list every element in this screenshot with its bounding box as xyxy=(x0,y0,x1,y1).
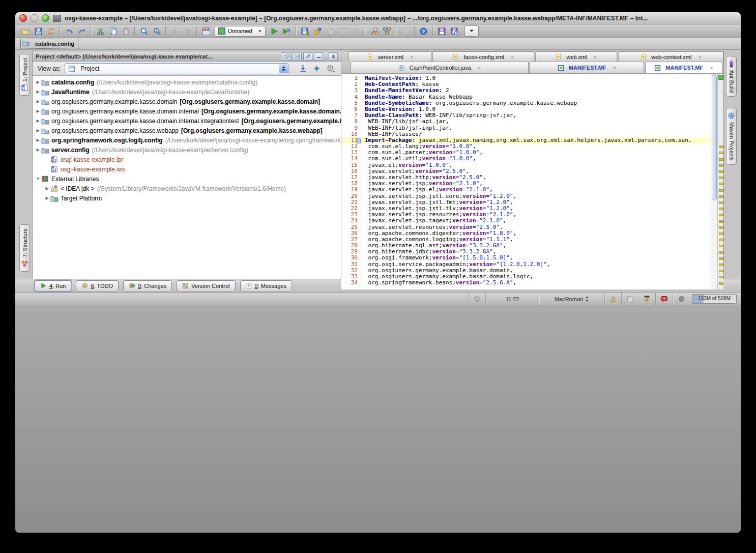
zoom-window-button[interactable] xyxy=(42,14,49,22)
error-stripe-mark[interactable] xyxy=(719,177,723,179)
close-tab-icon[interactable]: × xyxy=(613,65,616,71)
cut-icon[interactable] xyxy=(94,25,106,37)
editor-code-area[interactable]: Manifest-Version: 1.0Web-ContextPath: ka… xyxy=(361,74,711,289)
close-window-button[interactable] xyxy=(19,14,27,22)
float-window-icon[interactable] xyxy=(282,52,291,61)
error-stripe-mark[interactable] xyxy=(719,270,723,272)
error-stripe-mark[interactable] xyxy=(719,220,723,223)
sidebar-tab-ant-build[interactable]: Ant Build xyxy=(726,56,737,97)
dock-side-icon[interactable] xyxy=(329,52,338,61)
tree-expand-arrow-icon[interactable]: ▶ xyxy=(35,138,41,142)
close-tab-icon[interactable]: × xyxy=(511,54,514,60)
editor-tab-CashPointController-java[interactable]: CCashPointController.java× xyxy=(351,62,529,73)
error-stripe-mark[interactable] xyxy=(719,158,723,161)
toolwindow-button-messages[interactable]: 0: Messages xyxy=(240,280,292,292)
tree-expand-arrow-icon[interactable]: ▶ xyxy=(44,186,50,191)
error-stripe[interactable] xyxy=(717,74,723,289)
close-tab-icon[interactable]: × xyxy=(594,54,597,60)
tree-expand-arrow-icon[interactable]: ▶ xyxy=(35,99,41,104)
view-as-select[interactable]: Project xyxy=(65,63,289,74)
tree-expand-arrow-icon[interactable]: ▶ xyxy=(35,90,41,94)
notification-bubble-icon[interactable] xyxy=(655,293,673,305)
tree-item[interactable]: ▶Target Platform xyxy=(33,193,341,203)
tree-item[interactable]: ▶org.osgiusers.germany.example.kasse.dom… xyxy=(33,116,341,126)
replace-icon[interactable]: A xyxy=(151,25,163,37)
help-icon[interactable]: ? xyxy=(418,25,430,37)
tree-expand-arrow-icon[interactable]: ▶ xyxy=(44,196,50,200)
redo-icon[interactable] xyxy=(76,25,88,37)
tree-item[interactable]: ▶org.springframework.osgi.log4j.config(/… xyxy=(33,135,341,145)
sidebar-tab-project[interactable]: 1: Project 9 xyxy=(19,54,30,96)
memory-indicator[interactable]: 133M of 508M xyxy=(692,294,737,304)
savectx-icon[interactable] xyxy=(436,25,448,37)
scrollbar-thumb[interactable] xyxy=(712,74,717,200)
error-stripe-mark[interactable] xyxy=(719,264,723,266)
error-stripe-mark[interactable] xyxy=(719,232,723,235)
copy-icon[interactable] xyxy=(107,25,119,37)
error-stripe-mark[interactable] xyxy=(719,208,723,210)
find-icon[interactable] xyxy=(138,25,150,37)
editor-tab-server-xml[interactable]: xserver.xml× xyxy=(348,51,431,62)
toolwindow-button-version-control[interactable]: Version Control xyxy=(177,280,235,292)
tree-item[interactable]: ▶JavaRuntime(/Users/kork/devel/java/osgi… xyxy=(33,87,341,97)
editor-vertical-scrollbar[interactable] xyxy=(711,74,717,289)
editor-tab-MANIFEST-MF[interactable]: MANIFEST.MF× xyxy=(530,62,644,73)
highlighting-level-icon[interactable] xyxy=(638,293,655,305)
open-icon[interactable] xyxy=(19,25,32,37)
close-tab-icon[interactable]: × xyxy=(410,54,413,60)
error-stripe-mark[interactable] xyxy=(719,164,723,167)
error-stripe-mark[interactable] xyxy=(719,282,723,285)
sync-icon[interactable] xyxy=(45,25,57,37)
debug-icon[interactable] xyxy=(281,25,293,37)
line-separator-indicator[interactable] xyxy=(621,293,638,305)
close-tab-icon[interactable]: × xyxy=(710,65,713,71)
toolwindow-button-changes[interactable]: 9: Changes xyxy=(123,280,172,292)
grid-icon[interactable]: 31 xyxy=(200,25,212,37)
tree-item[interactable]: ▶org.osgiusers.germany.example.kasse.dom… xyxy=(33,106,341,116)
error-stripe-mark[interactable] xyxy=(719,245,723,247)
error-stripe-mark[interactable] xyxy=(719,145,723,148)
export-icon[interactable] xyxy=(312,25,324,37)
tree-item[interactable]: ▼External Libraries xyxy=(33,174,341,184)
tree-expand-arrow-icon[interactable]: ▶ xyxy=(35,80,41,84)
file-encoding-select[interactable]: MacRoman xyxy=(539,293,604,305)
error-stripe-mark[interactable] xyxy=(719,170,723,173)
minimize-window-button[interactable] xyxy=(31,14,38,22)
pin-icon[interactable] xyxy=(303,52,312,61)
editor-tab-web-context-xml[interactable]: xweb-context.xml× xyxy=(618,51,723,62)
file-lock-toggle[interactable] xyxy=(604,293,621,305)
tree-item[interactable]: ▶org.osgiusers.germany.example.kasse.web… xyxy=(33,126,341,135)
tree-expand-arrow-icon[interactable]: ▶ xyxy=(35,128,41,133)
editor-tab-web-xml[interactable]: xweb.xml× xyxy=(535,51,617,62)
error-stripe-mark[interactable] xyxy=(719,183,723,185)
error-stripe-mark[interactable] xyxy=(719,201,723,204)
error-stripe-mark[interactable] xyxy=(719,257,723,260)
run-configuration-select[interactable]: Unnamed▼ xyxy=(215,26,266,37)
error-stripe-mark[interactable] xyxy=(719,226,723,229)
editor-tab-faces-config-xml[interactable]: xfaces-config.xml× xyxy=(432,51,534,62)
view-as-stepper[interactable] xyxy=(279,64,288,73)
navbar-item-catalina-config[interactable]: catalina.config xyxy=(20,39,78,49)
structure-icon[interactable] xyxy=(381,25,393,37)
tree-item[interactable]: ▶org.osgiusers.germany.example.kasse.dom… xyxy=(33,97,341,106)
run-icon[interactable] xyxy=(268,25,280,37)
save-icon[interactable] xyxy=(32,25,44,37)
tree-item[interactable]: ▶server.config(/Users/kork/devel/java/os… xyxy=(33,145,341,155)
autoscroll-to-source-icon[interactable] xyxy=(299,64,307,73)
hide-window-icon[interactable] xyxy=(314,52,323,61)
close-tab-icon[interactable]: × xyxy=(698,54,701,60)
tree-item[interactable]: 9|osgi-kasse-example.iws xyxy=(33,164,341,174)
error-stripe-mark[interactable] xyxy=(719,251,723,254)
tree-expand-arrow-icon[interactable]: ▶ xyxy=(35,148,41,152)
tree-expand-arrow-icon[interactable]: ▶ xyxy=(35,119,41,123)
undo-icon[interactable] xyxy=(63,25,75,37)
collapse-all-icon[interactable] xyxy=(312,64,321,73)
project-panel-header[interactable]: Project <default> (/Users/kork/devel/jav… xyxy=(33,51,341,62)
error-stripe-mark[interactable] xyxy=(719,189,723,192)
error-stripe-mark[interactable] xyxy=(719,214,723,216)
error-stripe-mark[interactable] xyxy=(719,276,723,278)
tree-item[interactable]: 9|osgi-kasse-example.ipr xyxy=(33,155,341,164)
tree-item[interactable]: ▶catalina.config(/Users/kork/devel/java/… xyxy=(33,77,341,87)
sidebar-tab-maven-projects[interactable]: Maven Projects xyxy=(726,108,737,165)
saveall-icon[interactable] xyxy=(299,25,311,37)
